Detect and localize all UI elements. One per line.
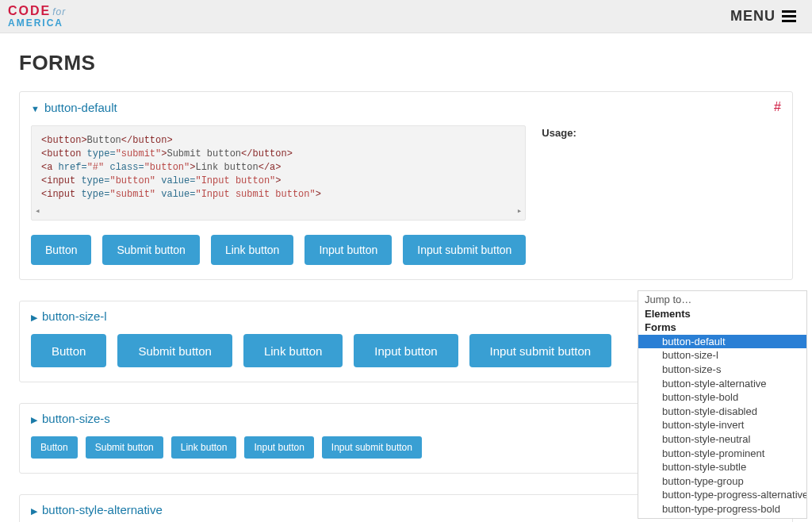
link-button-large[interactable]: Link button (243, 334, 343, 367)
section-title: button-default (44, 101, 117, 114)
triangle-right-icon: ▶ (31, 506, 37, 516)
button-small[interactable]: Button (31, 436, 78, 459)
input-button-large[interactable]: Input button (354, 334, 458, 367)
jump-item[interactable]: button-size-l (638, 348, 806, 363)
jump-item[interactable]: button-style-alternative (638, 377, 806, 391)
code-scrollbar[interactable]: ◂▸ (35, 205, 522, 217)
input-submit-button-large[interactable]: Input submit button (469, 334, 612, 367)
jump-item[interactable]: button-type-progress-default (638, 516, 806, 520)
jump-item[interactable]: button-style-neutral (638, 432, 806, 447)
triangle-down-icon: ▼ (31, 104, 40, 113)
jump-item[interactable]: button-type-progress-bold (638, 502, 806, 516)
jump-to-header: Jump to… (638, 291, 806, 307)
input-button-default[interactable]: Input button (304, 235, 392, 265)
input-button-small[interactable]: Input button (244, 436, 313, 459)
submit-button-large[interactable]: Submit button (117, 334, 232, 367)
logo[interactable]: CODEfor AMERICA (8, 5, 66, 28)
jump-category-forms[interactable]: Forms (638, 320, 806, 335)
jump-item[interactable]: button-style-prominent (638, 447, 806, 461)
anchor-link[interactable]: # (774, 100, 781, 114)
jump-item[interactable]: button-style-invert (638, 418, 806, 432)
logo-word-america: AMERICA (8, 18, 66, 29)
hamburger-icon (782, 10, 796, 22)
page-title: FORMS (19, 51, 793, 75)
section-toggle-button-default[interactable]: ▼button-default # (20, 92, 792, 122)
triangle-right-icon: ▶ (31, 313, 37, 322)
button-large[interactable]: Button (31, 334, 106, 367)
logo-word-for: for (52, 6, 66, 17)
jump-item[interactable]: button-type-group (638, 474, 806, 489)
menu-label: MENU (730, 8, 776, 25)
section-title: button-size-l (42, 309, 107, 323)
jump-item[interactable]: button-style-bold (638, 390, 806, 405)
code-example[interactable]: <button>Button</button> <button type="su… (31, 125, 526, 221)
menu-button[interactable]: MENU (730, 8, 796, 25)
link-button-small[interactable]: Link button (171, 436, 237, 459)
link-button-default[interactable]: Link button (211, 235, 294, 265)
input-submit-button-small[interactable]: Input submit button (322, 436, 422, 459)
logo-word-code: CODE (8, 4, 51, 17)
submit-button-small[interactable]: Submit button (86, 436, 163, 459)
input-submit-button-default[interactable]: Input submit button (403, 235, 526, 265)
jump-to-panel: Jump to… Elements Forms button-default b… (638, 290, 807, 519)
jump-item[interactable]: button-style-disabled (638, 405, 806, 419)
jump-category-elements[interactable]: Elements (638, 307, 806, 321)
button-row-default: Button Submit button Link button Input b… (31, 235, 781, 265)
button-default[interactable]: Button (31, 235, 91, 265)
triangle-right-icon: ▶ (31, 415, 37, 424)
submit-button-default[interactable]: Submit button (102, 235, 199, 265)
section-button-default: ▼button-default # <button>Button</button… (19, 91, 793, 280)
jump-item[interactable]: button-default (638, 335, 806, 349)
usage-label: Usage: (542, 122, 781, 139)
section-title: button-style-alternative (42, 503, 163, 516)
jump-item[interactable]: button-type-progress-alternative (638, 488, 806, 502)
section-title: button-size-s (42, 412, 110, 425)
top-header: CODEfor AMERICA MENU (0, 0, 812, 33)
jump-item[interactable]: button-size-s (638, 363, 806, 377)
jump-item[interactable]: button-style-subtle (638, 460, 806, 474)
